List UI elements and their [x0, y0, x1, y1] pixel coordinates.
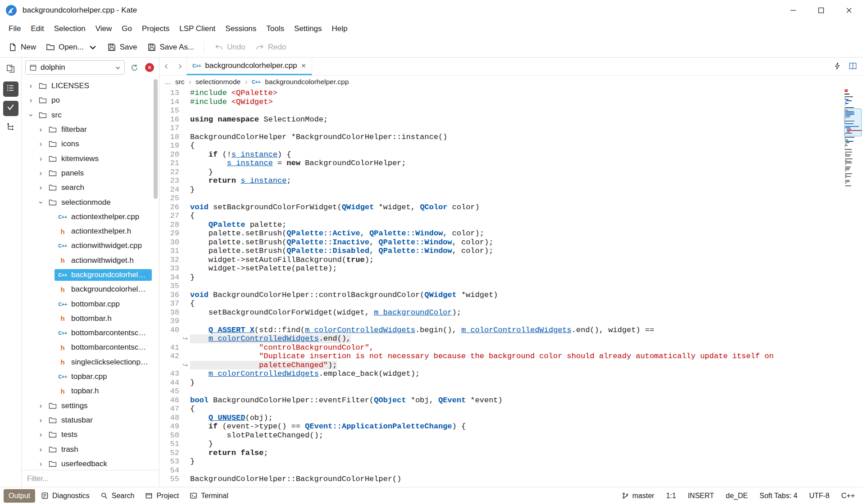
- code-line[interactable]: 20 if (!s_instance) {: [159, 150, 842, 159]
- code-line[interactable]: 35: [159, 282, 842, 291]
- tree-item-licenses[interactable]: ›LICENSES: [22, 79, 159, 93]
- status-insert[interactable]: INSERT: [688, 492, 714, 500]
- new-button[interactable]: New: [4, 40, 41, 55]
- code-line[interactable]: 33 widget->setPalette(palette);: [159, 264, 842, 273]
- menu-item-edit[interactable]: Edit: [26, 22, 49, 36]
- tab-close-button[interactable]: [301, 63, 306, 68]
- tree-scrollbar[interactable]: [154, 79, 158, 199]
- minimize-button[interactable]: [779, 0, 807, 20]
- expander-icon[interactable]: ›: [37, 155, 45, 163]
- menu-item-view[interactable]: View: [91, 22, 117, 36]
- menu-item-go[interactable]: Go: [117, 22, 137, 36]
- reload-project-button[interactable]: [128, 62, 140, 73]
- quick-open-button[interactable]: [831, 60, 844, 73]
- code-line[interactable]: 53}: [159, 457, 842, 466]
- code-line[interactable]: 17: [159, 124, 842, 133]
- statusbar-diagnostics-button[interactable]: Diagnostics: [36, 489, 95, 503]
- expander-icon[interactable]: ›: [37, 169, 45, 177]
- expander-icon[interactable]: ›: [37, 446, 45, 454]
- redo-button[interactable]: Redo: [251, 40, 291, 55]
- expander-icon[interactable]: ›: [37, 140, 45, 148]
- tree-item-kitemviews[interactable]: ›kitemviews: [22, 151, 159, 166]
- tree-item-src[interactable]: ›src: [22, 108, 159, 122]
- expander-icon[interactable]: ›: [27, 82, 35, 90]
- expander-icon[interactable]: ›: [27, 96, 35, 104]
- menu-item-help[interactable]: Help: [327, 22, 352, 36]
- breadcrumb-src[interactable]: src: [175, 78, 185, 86]
- code-line[interactable]: 15: [159, 106, 842, 115]
- minimap-viewport[interactable]: [844, 108, 862, 136]
- code-line[interactable]: 14#include <QWidget>: [159, 98, 842, 107]
- code-line[interactable]: 36void BackgroundColorHelper::controlBac…: [159, 291, 842, 300]
- validate-tool-button[interactable]: [3, 101, 18, 116]
- code-line[interactable]: 27{: [159, 212, 842, 220]
- code-line[interactable]: 46bool BackgroundColorHelper::eventFilte…: [159, 396, 842, 405]
- tree-item-filterbar[interactable]: ›filterbar: [22, 122, 159, 137]
- breadcrumb-ellipsis[interactable]: ...: [165, 78, 171, 86]
- statusbar-search-button[interactable]: Search: [95, 489, 140, 503]
- status-utf-8[interactable]: UTF-8: [809, 492, 829, 500]
- tree-item-singleclickselectionproxy[interactable]: hsingleclickselectionproxy...: [22, 355, 159, 369]
- documents-tool-button[interactable]: [3, 62, 18, 77]
- code-line[interactable]: 51 }: [159, 440, 842, 449]
- tab-next-button[interactable]: [173, 58, 186, 75]
- code-line[interactable]: 16using namespace SelectionMode;: [159, 115, 842, 124]
- status-c[interactable]: C++: [841, 492, 855, 500]
- tab-prev-button[interactable]: [159, 58, 173, 75]
- tree-item-bottombarcontentscont[interactable]: C++bottombarcontentscont...: [22, 326, 159, 340]
- tree-item-backgroundcolorhelper-h[interactable]: hbackgroundcolorhelper.h: [22, 282, 159, 297]
- statusbar-terminal-button[interactable]: Terminal: [185, 489, 233, 503]
- menu-item-file[interactable]: File: [4, 22, 26, 36]
- expander-icon[interactable]: ›: [37, 126, 45, 134]
- code-line[interactable]: 54: [159, 466, 842, 475]
- symbols-tool-button[interactable]: [3, 120, 18, 135]
- tree-item-settings[interactable]: ›settings: [22, 399, 159, 413]
- undo-button[interactable]: Undo: [210, 40, 250, 55]
- statusbar-project-button[interactable]: Project: [140, 489, 184, 503]
- menu-item-settings[interactable]: Settings: [289, 22, 327, 36]
- menu-item-lsp-client[interactable]: LSP Client: [174, 22, 220, 36]
- tree-item-bottombar-h[interactable]: hbottombar.h: [22, 311, 159, 326]
- code-line[interactable]: 42 "Duplicate insertion is not necessary…: [159, 352, 842, 361]
- tree-item-backgroundcolorhelper-c[interactable]: C++backgroundcolorhelper.c...: [22, 268, 159, 282]
- code-line[interactable]: 24}: [159, 185, 842, 194]
- projects-tool-button[interactable]: [3, 81, 18, 97]
- code-line[interactable]: 44}: [159, 378, 842, 387]
- menu-item-sessions[interactable]: Sessions: [220, 22, 261, 36]
- code-line[interactable]: 32 widget->setAutoFillBackground(true);: [159, 256, 842, 265]
- tree-item-bottombarcontentscont[interactable]: hbottombarcontentscont...: [22, 340, 159, 355]
- expander-icon[interactable]: ›: [37, 416, 45, 424]
- status-de-de[interactable]: de_DE: [726, 492, 748, 500]
- expander-icon[interactable]: ›: [37, 198, 45, 206]
- code-line[interactable]: 23 return s_instance;: [159, 176, 842, 185]
- code-line[interactable]: 13#include <QPalette>: [159, 89, 842, 98]
- breadcrumb-file[interactable]: backgroundcolorhelper.cpp: [265, 78, 349, 86]
- code-line[interactable]: 38 setBackgroundColorForWidget(widget, m…: [159, 308, 842, 317]
- tree-item-bottombar-cpp[interactable]: C++bottombar.cpp: [22, 297, 159, 311]
- code-line[interactable]: 40 Q_ASSERT_X(std::find(m_colorControlle…: [159, 326, 842, 335]
- tree-item-userfeedback[interactable]: ›userfeedback: [22, 457, 159, 470]
- code-line[interactable]: 30 palette.setBrush(QPalette::Inactive, …: [159, 238, 842, 247]
- tree-item-selectionmode[interactable]: ›selectionmode: [22, 195, 159, 209]
- breadcrumb-selectionmode[interactable]: selectionmode: [195, 78, 241, 86]
- tree-item-actiontexthelper-cpp[interactable]: C++actiontexthelper.cpp: [22, 210, 159, 224]
- menu-item-tools[interactable]: Tools: [261, 22, 289, 36]
- code-line[interactable]: 26void setBackgroundColorForWidget(QWidg…: [159, 203, 842, 212]
- close-project-button[interactable]: [144, 62, 155, 73]
- statusbar-output-button[interactable]: Output: [4, 489, 35, 503]
- tree-item-statusbar[interactable]: ›statusbar: [22, 413, 159, 428]
- tree-item-po[interactable]: ›po: [22, 93, 159, 108]
- status-1-1[interactable]: 1:1: [666, 492, 676, 500]
- expander-icon[interactable]: ›: [37, 460, 45, 468]
- code-line[interactable]: 22 }: [159, 168, 842, 177]
- code-line[interactable]: 39: [159, 317, 842, 326]
- code-line[interactable]: 41 "controlBackgroundColor",: [159, 343, 842, 352]
- open-dropdown-chevron-icon[interactable]: [88, 43, 97, 52]
- code-line[interactable]: 50 slotPaletteChanged();: [159, 431, 842, 440]
- close-button[interactable]: [835, 0, 863, 20]
- code-line[interactable]: 28 QPalette palette;: [159, 220, 842, 230]
- code-line[interactable]: 45: [159, 387, 842, 396]
- code-line[interactable]: 48 Q_UNUSED(obj);: [159, 414, 842, 423]
- code-line[interactable]: 31 palette.setBrush(QPalette::Disabled, …: [159, 247, 842, 256]
- tab-backgroundcolorhelper[interactable]: C++ backgroundcolorhelper.cpp: [186, 58, 312, 75]
